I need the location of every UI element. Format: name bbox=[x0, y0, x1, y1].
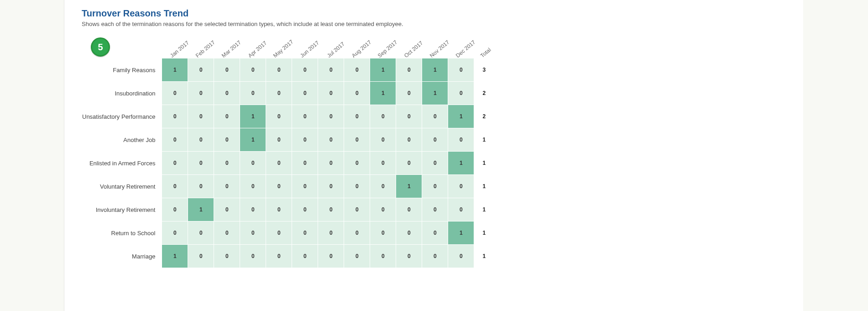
heatmap-cell[interactable]: 1 bbox=[188, 198, 214, 221]
heatmap-cell[interactable]: 0 bbox=[266, 221, 292, 244]
heatmap-cell[interactable]: 0 bbox=[162, 198, 188, 221]
heatmap-cell[interactable]: 0 bbox=[240, 152, 266, 174]
heatmap-cell[interactable]: 0 bbox=[292, 198, 318, 221]
heatmap-cell[interactable]: 0 bbox=[344, 58, 370, 81]
heatmap-cell[interactable]: 0 bbox=[370, 221, 396, 244]
heatmap-cell[interactable]: 0 bbox=[370, 128, 396, 151]
heatmap-cell[interactable]: 0 bbox=[422, 175, 448, 198]
heatmap-cell[interactable]: 1 bbox=[240, 105, 266, 128]
heatmap-cell[interactable]: 1 bbox=[448, 221, 474, 244]
heatmap-cell[interactable]: 0 bbox=[214, 58, 240, 81]
heatmap-cell[interactable]: 0 bbox=[240, 221, 266, 244]
heatmap-cell[interactable]: 0 bbox=[292, 221, 318, 244]
heatmap-cell[interactable]: 0 bbox=[318, 128, 344, 151]
heatmap-cell[interactable]: 0 bbox=[396, 58, 422, 81]
heatmap-cell[interactable]: 0 bbox=[318, 82, 344, 105]
heatmap-cell[interactable]: 0 bbox=[396, 128, 422, 151]
heatmap-cell[interactable]: 0 bbox=[292, 58, 318, 81]
heatmap-cell[interactable]: 0 bbox=[318, 105, 344, 128]
heatmap-cell[interactable]: 0 bbox=[266, 128, 292, 151]
heatmap-cell[interactable]: 1 bbox=[422, 82, 448, 105]
heatmap-cell[interactable]: 0 bbox=[188, 105, 214, 128]
heatmap-cell[interactable]: 0 bbox=[292, 105, 318, 128]
heatmap-cell[interactable]: 0 bbox=[318, 245, 344, 268]
heatmap-cell[interactable]: 1 bbox=[370, 82, 396, 105]
heatmap-cell[interactable]: 0 bbox=[162, 175, 188, 198]
heatmap-cell[interactable]: 0 bbox=[448, 198, 474, 221]
heatmap-cell[interactable]: 0 bbox=[344, 152, 370, 174]
heatmap-cell[interactable]: 0 bbox=[292, 82, 318, 105]
heatmap-cell[interactable]: 0 bbox=[214, 152, 240, 174]
heatmap-cell[interactable]: 0 bbox=[318, 221, 344, 244]
heatmap-cell[interactable]: 1 bbox=[448, 105, 474, 128]
heatmap-cell[interactable]: 1 bbox=[162, 58, 188, 81]
heatmap-cell[interactable]: 0 bbox=[214, 128, 240, 151]
heatmap-cell[interactable]: 0 bbox=[188, 152, 214, 174]
heatmap-cell[interactable]: 0 bbox=[344, 82, 370, 105]
heatmap-cell[interactable]: 0 bbox=[162, 82, 188, 105]
heatmap-cell[interactable]: 1 bbox=[162, 245, 188, 268]
heatmap-cell[interactable]: 0 bbox=[214, 82, 240, 105]
heatmap-cell[interactable]: 0 bbox=[188, 175, 214, 198]
heatmap-cell[interactable]: 0 bbox=[396, 105, 422, 128]
heatmap-cell[interactable]: 0 bbox=[396, 152, 422, 174]
heatmap-cell[interactable]: 1 bbox=[240, 128, 266, 151]
heatmap-cell[interactable]: 0 bbox=[422, 128, 448, 151]
heatmap-cell[interactable]: 0 bbox=[240, 82, 266, 105]
heatmap-cell[interactable]: 0 bbox=[188, 245, 214, 268]
heatmap-cell[interactable]: 0 bbox=[396, 245, 422, 268]
heatmap-cell[interactable]: 0 bbox=[162, 105, 188, 128]
heatmap-cell[interactable]: 0 bbox=[422, 245, 448, 268]
heatmap-cell[interactable]: 0 bbox=[292, 175, 318, 198]
heatmap-cell[interactable]: 0 bbox=[266, 105, 292, 128]
heatmap-cell[interactable]: 0 bbox=[214, 245, 240, 268]
heatmap-cell[interactable]: 0 bbox=[370, 245, 396, 268]
heatmap-cell[interactable]: 0 bbox=[240, 198, 266, 221]
heatmap-cell[interactable]: 0 bbox=[266, 152, 292, 174]
heatmap-cell[interactable]: 0 bbox=[214, 105, 240, 128]
heatmap-cell[interactable]: 0 bbox=[448, 175, 474, 198]
heatmap-cell[interactable]: 0 bbox=[162, 128, 188, 151]
heatmap-cell[interactable]: 1 bbox=[448, 152, 474, 174]
heatmap-cell[interactable]: 0 bbox=[188, 221, 214, 244]
heatmap-cell[interactable]: 0 bbox=[422, 105, 448, 128]
heatmap-cell[interactable]: 0 bbox=[344, 175, 370, 198]
heatmap-cell[interactable]: 0 bbox=[188, 128, 214, 151]
heatmap-cell[interactable]: 0 bbox=[344, 221, 370, 244]
heatmap-cell[interactable]: 0 bbox=[344, 198, 370, 221]
heatmap-cell[interactable]: 1 bbox=[396, 175, 422, 198]
heatmap-cell[interactable]: 0 bbox=[188, 58, 214, 81]
heatmap-cell[interactable]: 0 bbox=[396, 221, 422, 244]
heatmap-cell[interactable]: 0 bbox=[214, 221, 240, 244]
heatmap-cell[interactable]: 0 bbox=[448, 128, 474, 151]
heatmap-cell[interactable]: 0 bbox=[370, 152, 396, 174]
heatmap-cell[interactable]: 0 bbox=[292, 245, 318, 268]
heatmap-cell[interactable]: 0 bbox=[422, 198, 448, 221]
heatmap-cell[interactable]: 0 bbox=[162, 152, 188, 174]
heatmap-cell[interactable]: 0 bbox=[318, 198, 344, 221]
heatmap-cell[interactable]: 0 bbox=[448, 58, 474, 81]
heatmap-cell[interactable]: 0 bbox=[240, 245, 266, 268]
heatmap-cell[interactable]: 0 bbox=[214, 175, 240, 198]
heatmap-cell[interactable]: 0 bbox=[266, 58, 292, 81]
heatmap-cell[interactable]: 0 bbox=[422, 152, 448, 174]
heatmap-cell[interactable]: 1 bbox=[422, 58, 448, 81]
heatmap-cell[interactable]: 0 bbox=[318, 152, 344, 174]
heatmap-cell[interactable]: 0 bbox=[240, 58, 266, 81]
heatmap-cell[interactable]: 0 bbox=[162, 221, 188, 244]
heatmap-cell[interactable]: 0 bbox=[396, 82, 422, 105]
heatmap-cell[interactable]: 0 bbox=[214, 198, 240, 221]
heatmap-cell[interactable]: 0 bbox=[344, 128, 370, 151]
heatmap-cell[interactable]: 0 bbox=[370, 198, 396, 221]
heatmap-cell[interactable]: 0 bbox=[266, 198, 292, 221]
heatmap-cell[interactable]: 0 bbox=[370, 105, 396, 128]
heatmap-cell[interactable]: 0 bbox=[318, 58, 344, 81]
heatmap-cell[interactable]: 0 bbox=[266, 175, 292, 198]
heatmap-cell[interactable]: 0 bbox=[344, 245, 370, 268]
heatmap-cell[interactable]: 0 bbox=[240, 175, 266, 198]
heatmap-cell[interactable]: 0 bbox=[188, 82, 214, 105]
heatmap-cell[interactable]: 0 bbox=[266, 82, 292, 105]
heatmap-cell[interactable]: 0 bbox=[344, 105, 370, 128]
heatmap-cell[interactable]: 0 bbox=[422, 221, 448, 244]
heatmap-cell[interactable]: 0 bbox=[448, 82, 474, 105]
